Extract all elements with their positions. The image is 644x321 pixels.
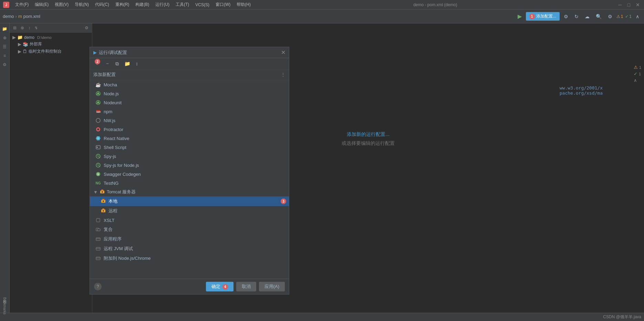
config-item-attach-nodejs[interactable]: 附加到 Node.js/Chrome (90, 254, 289, 263)
add-config-label: 添加配置... (536, 13, 556, 19)
config-item-tomcat-remote[interactable]: 远程 (90, 206, 289, 216)
nodejs-icon (95, 91, 101, 96)
folder-config-btn[interactable]: 📁 (122, 60, 132, 67)
remove-config-btn[interactable]: － (103, 60, 112, 68)
config-item-shell-script[interactable]: Shell Script (90, 143, 289, 152)
menu-build[interactable]: 构建(B) (133, 1, 152, 8)
config-item-protractor[interactable]: Protractor (90, 125, 289, 134)
help-button[interactable]: ? (94, 283, 102, 290)
npm-icon: npm (95, 109, 101, 114)
ft-expand-btn[interactable]: ⊞ (12, 25, 18, 31)
menu-help[interactable]: 帮助(H) (234, 1, 253, 8)
gutter-expand[interactable]: ∧ (634, 78, 641, 83)
config-item-swagger[interactable]: S Swagger Codegen (90, 170, 289, 179)
collapse-panel-btn[interactable]: ⋮ (281, 72, 285, 77)
center-text1[interactable]: 添加新的运行配置... (342, 131, 395, 138)
sidebar-icon-bookmarks[interactable]: Bookmarks (1, 302, 9, 310)
menu-window[interactable]: 窗口(W) (213, 1, 233, 8)
main-toolbar: demo › m pom.xml ▶ 1 添加配置... ⚙ ↻ ☁ 🔍 ⚙ ⚠… (0, 10, 644, 23)
svg-rect-26 (101, 190, 103, 191)
config-item-xslt[interactable]: XSLT (90, 216, 289, 225)
menu-run[interactable]: 运行(U) (153, 1, 172, 8)
shell-script-icon (95, 145, 101, 150)
config-item-nodejs[interactable]: Node.js (90, 89, 289, 98)
window-minimize[interactable]: ─ (617, 1, 623, 8)
tomcat-section-label: Tomcat 服务器 (107, 189, 136, 195)
config-section-tomcat[interactable]: ▼ Tomcat 服务器 (90, 188, 289, 196)
window-maximize[interactable]: □ (626, 1, 632, 8)
menu-navigate[interactable]: 导航(N) (72, 1, 92, 8)
menu-refactor[interactable]: 重构(R) (113, 1, 132, 8)
tree-tmp-icon: 🗒 (23, 49, 27, 54)
spyjs-icon (95, 153, 101, 159)
spyjs-node-icon (95, 162, 101, 168)
nodeunit-label: Nodeunit (104, 100, 122, 105)
tree-label-external: 外部库 (30, 41, 42, 47)
sidebar-icon-folder[interactable]: 📁 (1, 25, 9, 33)
menu-file[interactable]: 文件(F) (12, 1, 31, 8)
config-item-tomcat-local[interactable]: 本地 3 (90, 196, 289, 206)
menu-bar: J 文件(F) 编辑(E) 视图(V) 导航(N) 代码(C) 重构(R) 构建… (0, 0, 644, 10)
menu-edit[interactable]: 编辑(E) (32, 1, 51, 8)
config-item-nodeunit[interactable]: Nodeunit (90, 98, 289, 107)
nwjs-label: NW.js (104, 118, 115, 123)
config-item-react-native[interactable]: React Native (90, 134, 289, 143)
cancel-button[interactable]: 取消 (236, 282, 256, 291)
search-button[interactable]: 🔍 (594, 12, 604, 21)
sidebar-icon-add[interactable]: ⊕ (1, 34, 9, 42)
breadcrumb: demo › m pom.xml (3, 14, 40, 19)
sidebar-icon-indent[interactable]: ☰ (1, 43, 9, 51)
window-title: demo - pom.xml (demo) (254, 2, 616, 7)
mocha-label: Mocha (104, 82, 117, 87)
config-item-app-program[interactable]: 应用程序 (90, 234, 289, 244)
apply-button[interactable]: 应用(A) (259, 282, 285, 291)
config-item-nwjs[interactable]: NW.js (90, 116, 289, 125)
update-button[interactable]: ↻ (572, 12, 581, 21)
mocha-icon: ☕ (95, 82, 101, 87)
composite-icon (95, 227, 101, 232)
spyjs-label: Spy-js (104, 154, 116, 159)
ft-settings-btn[interactable]: ⚙ (83, 25, 90, 31)
config-item-npm[interactable]: npm npm (90, 107, 289, 116)
config-item-testng[interactable]: NG TestNG (90, 179, 289, 188)
window-close[interactable]: ✕ (634, 1, 641, 8)
tree-item-temp-files[interactable]: ▶ 🗒 临时文件和控制台 (10, 48, 92, 55)
sidebar-icon-settings[interactable]: ⚙ (1, 61, 9, 69)
config-item-remote-jvm[interactable]: 远程 JVM 调试 (90, 244, 289, 254)
nwjs-icon (95, 118, 101, 123)
svg-point-27 (102, 191, 103, 193)
menu-vcs[interactable]: VCS(S) (193, 2, 212, 8)
app-logo: J (3, 1, 10, 8)
menu-view[interactable]: 视图(V) (52, 1, 71, 8)
xslt-icon (95, 217, 101, 223)
swagger-icon: S (95, 171, 101, 177)
ft-sort-btn[interactable]: ↕ (27, 25, 32, 31)
config-item-composite[interactable]: 复合 (90, 225, 289, 234)
config-item-mocha[interactable]: ☕ Mocha (90, 80, 289, 89)
menu-code[interactable]: 代码(C) (92, 1, 112, 8)
testng-icon: NG (95, 180, 101, 186)
ft-more-btn[interactable]: ↯ (33, 25, 39, 31)
deploy-button[interactable]: ☁ (583, 12, 592, 21)
sort-config-btn[interactable]: ↕ (134, 60, 140, 67)
badge-3: 3 (281, 199, 286, 204)
dialog-close-button[interactable]: ✕ (281, 49, 285, 56)
copy-config-btn[interactable]: ⧉ (113, 60, 121, 68)
breadcrumb-file-icon: m (18, 14, 22, 19)
tree-item-external-lib[interactable]: ▶ 📚 外部库 (10, 41, 92, 48)
menu-tools[interactable]: 工具(T) (173, 1, 192, 8)
tree-folder-icon: 📁 (17, 35, 23, 40)
settings-button[interactable]: ⚙ (606, 12, 614, 21)
breadcrumb-root[interactable]: demo (3, 14, 14, 19)
run-config-icon[interactable]: ▶ (516, 12, 524, 21)
expand-button[interactable]: ∧ (634, 12, 641, 21)
build-button[interactable]: ⚙ (562, 12, 570, 21)
config-item-spyjs-node[interactable]: Spy-js for Node.js (90, 161, 289, 170)
add-config-button[interactable]: 1 添加配置... (526, 12, 560, 21)
breadcrumb-file[interactable]: pom.xml (23, 14, 40, 19)
ft-add-btn[interactable]: ⊕ (19, 25, 25, 31)
tree-item-demo[interactable]: ▶ 📁 demo D:\demo (10, 34, 92, 41)
config-item-spyjs[interactable]: Spy-js (90, 152, 289, 161)
sidebar-icon-unindent[interactable]: ≡ (1, 52, 9, 60)
confirm-button[interactable]: 确定 4 (206, 282, 233, 291)
